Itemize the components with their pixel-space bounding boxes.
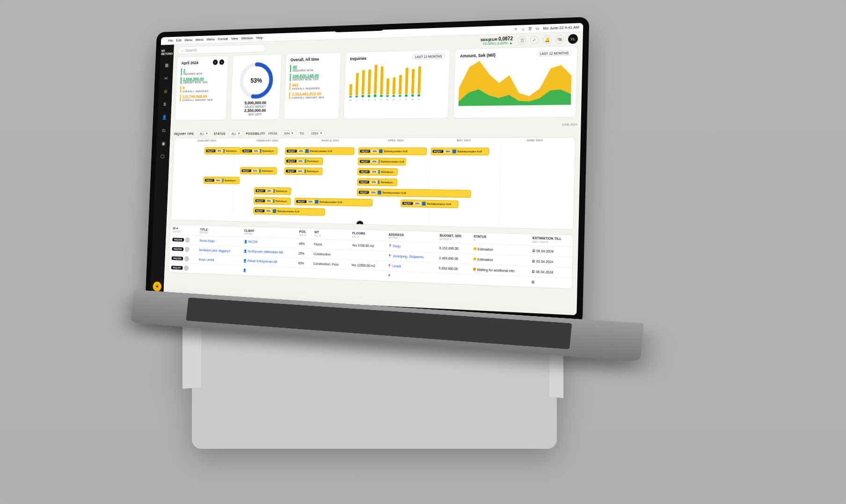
gantt-item[interactable]: INQ32760% Barkabystaden Kv8	[285, 147, 354, 155]
sidebar-dashboard-icon[interactable]: ▦	[162, 60, 170, 69]
bar-Dec[interactable]: D	[392, 77, 396, 100]
client-icon	[305, 149, 309, 153]
sidebar-devices-icon[interactable]: 🖵	[159, 152, 167, 161]
inquiries-range-select[interactable]: LAST 12 MONTHS	[412, 54, 445, 60]
user-avatar[interactable]: YL	[568, 34, 578, 44]
client-icon	[452, 150, 456, 153]
month-next[interactable]: ›	[219, 59, 225, 65]
app-window: H5 BETONG ▦ ⫘ ◎ 🗎 👤 🗀 ▣ 🖵 +	[150, 32, 583, 315]
col-pos[interactable]: POS.ALL ▾	[297, 228, 312, 239]
gantt-item[interactable]: INQ32760% Barkabystaden Kv8	[295, 198, 373, 207]
gantt-item[interactable]: INQ32760% Barkabyst…	[284, 167, 323, 175]
col-id[interactable]: ID ▾ENTER	[170, 225, 198, 236]
client-icon	[304, 169, 306, 173]
bar-Nov[interactable]: N	[386, 78, 390, 100]
client-icon	[315, 200, 319, 204]
cart-icon[interactable]: 🛍	[555, 35, 564, 43]
col-title[interactable]: TITLEENTER	[197, 225, 242, 237]
menu-file[interactable]: File	[168, 39, 173, 43]
bar-Mar[interactable]: M	[411, 69, 416, 100]
bar-Feb[interactable]: F	[404, 67, 409, 100]
sidebar-inquiries-icon[interactable]: ◎	[161, 86, 169, 95]
bar-Jan[interactable]: J	[398, 75, 402, 101]
filter-inquiry-type[interactable]: ALL ▾	[197, 131, 211, 136]
sidebar-docs-icon[interactable]: 🗎	[161, 100, 169, 108]
menubar-datetime[interactable]: Mo June 22 9:41 AM	[543, 25, 579, 31]
bar-Sep[interactable]: S	[373, 65, 378, 101]
timeline-filters: INQUIRY TIPE ALL ▾ STATUS ALL ▾ POSSIBIL…	[170, 128, 581, 138]
gauge-percent: 53%	[237, 60, 276, 101]
col-budget[interactable]: BUDGET, SEKENTER ▾	[437, 232, 471, 244]
gantt-row: INQ32760% Barkabyst… INQ32765% Barkabyst…	[175, 157, 571, 167]
row-avatar	[184, 246, 190, 252]
wifi-icon[interactable]: ᯤ	[514, 27, 518, 32]
gantt-item[interactable]: INQ32765% Barkabystaden Kv8	[357, 188, 471, 198]
gantt-item[interactable]: INQ32760% Barkabyst…	[241, 147, 278, 155]
col-address[interactable]: ADDRESSENTER	[386, 230, 437, 243]
gantt-item[interactable]: INQ32765% Barkabyst…	[357, 168, 398, 176]
sidebar-clients-icon[interactable]: 👤	[160, 113, 168, 122]
card-overall: Overall, All time 40 INQUIRES WON 106,82…	[284, 52, 341, 120]
screen-bezel: FileEditMenuMenuMenuFormatViewWindowHelp…	[145, 17, 589, 326]
fx-rate[interactable]: SEK|EUR 0,0872 +0.0001,0.00% ▲	[481, 36, 513, 46]
gantt-timeline[interactable]: JANUARY 2024FEBRUARY 2024MARCH 2024APRIL…	[170, 137, 576, 230]
card-month-title: April 2024	[181, 60, 198, 65]
menu-menu[interactable]: Menu	[206, 37, 214, 42]
gantt-item[interactable]: INQ32760% Barkabystaden Kv8	[430, 148, 489, 156]
search-icon[interactable]: ⌕	[522, 27, 524, 31]
client-icon	[222, 179, 224, 182]
col-floors[interactable]: FLOORSALL ▾	[350, 230, 386, 241]
sidebar-analytics-icon[interactable]: ⫘	[162, 73, 170, 82]
client-icon	[260, 149, 262, 153]
card-inquiries-chart: Inquiries LAST 12 MONTHS M J J A S O N	[343, 49, 451, 119]
bar-Apr[interactable]: A	[417, 66, 422, 100]
brand-logo[interactable]: H5 BETONG	[160, 48, 174, 57]
card-amount-chart: Amount, Sek (Mil) LAST 12 MONTHS	[453, 46, 577, 119]
sidebar-files-icon[interactable]: 🗀	[160, 126, 168, 135]
gantt-item[interactable]: INQ32760% Barkabyst…	[240, 167, 277, 174]
gantt-item[interactable]: INQ32760% Barkabyst…	[204, 147, 241, 154]
bar-May[interactable]: M	[349, 84, 353, 101]
bar-Jun[interactable]: J	[355, 72, 359, 101]
sidebar-settings-icon[interactable]: ▣	[159, 139, 167, 148]
client-icon	[273, 209, 276, 213]
gantt-item[interactable]: INQ32760% Barkabyst…	[254, 187, 292, 195]
menu-menu[interactable]: Menu	[196, 37, 204, 42]
bell-icon[interactable]: 🔔	[542, 35, 551, 44]
gantt-item[interactable]: INQ32760% Barkabystaden Kv8	[358, 147, 427, 155]
battery-icon[interactable]: ▭	[535, 26, 539, 31]
filter-from[interactable]: 60% ▾	[281, 130, 297, 136]
dashboard-cards: April 2024 ‹ › 2 INQUIRES WON 2,659,300.…	[171, 45, 583, 124]
add-button[interactable]: +	[153, 281, 161, 292]
client-icon	[379, 160, 379, 164]
gantt-item[interactable]: INQ32765% Barkabystaden Kv8	[401, 200, 459, 209]
screen: FileEditMenuMenuMenuFormatViewWindowHelp…	[150, 23, 583, 315]
search-input[interactable]: ⌕ Search	[177, 44, 266, 55]
gantt-item[interactable]: INQ32760% Barkabyst…	[253, 197, 291, 205]
menu-help[interactable]: Help	[256, 36, 263, 40]
gantt-item[interactable]: INQ32765% Barkabyst…	[357, 178, 397, 186]
gauge-left: 2,350,000.00	[235, 108, 275, 113]
menu-format[interactable]: Format	[218, 37, 228, 41]
filter-status[interactable]: ALL ▾	[228, 131, 242, 137]
menu-window[interactable]: Window	[241, 36, 253, 40]
menu-view[interactable]: View	[231, 36, 238, 41]
filter-to[interactable]: 100% ▾	[308, 130, 325, 136]
month-prev[interactable]: ‹	[213, 59, 218, 65]
gantt-item[interactable]: INQ32760% Barkabyst…	[284, 158, 323, 165]
client-icon	[259, 169, 261, 173]
help-icon[interactable]: ⍰	[518, 36, 526, 45]
control-center-icon[interactable]: ☰	[528, 27, 532, 31]
gantt-item[interactable]: INQ32765% Barkabystaden Kv8	[358, 158, 406, 166]
bar-Jul[interactable]: J	[361, 70, 365, 101]
menu-menu[interactable]: Menu	[184, 38, 192, 42]
menu-edit[interactable]: Edit	[176, 38, 182, 43]
gantt-add-button[interactable]: +	[356, 221, 364, 228]
col-est[interactable]: ESTIMATION TILLDEC 2024 ▾	[529, 234, 573, 246]
bar-Aug[interactable]: A	[367, 69, 372, 101]
gantt-row: INQ32760% Barkabyst… INQ32760% Barkabyst…	[175, 166, 571, 177]
bar-Oct[interactable]: O	[379, 66, 384, 101]
check-icon[interactable]: ✓	[530, 36, 539, 44]
col-wt[interactable]: WTALL ▾	[312, 229, 350, 240]
gantt-item[interactable]: INQ32760% Barkabyst…	[203, 177, 240, 184]
